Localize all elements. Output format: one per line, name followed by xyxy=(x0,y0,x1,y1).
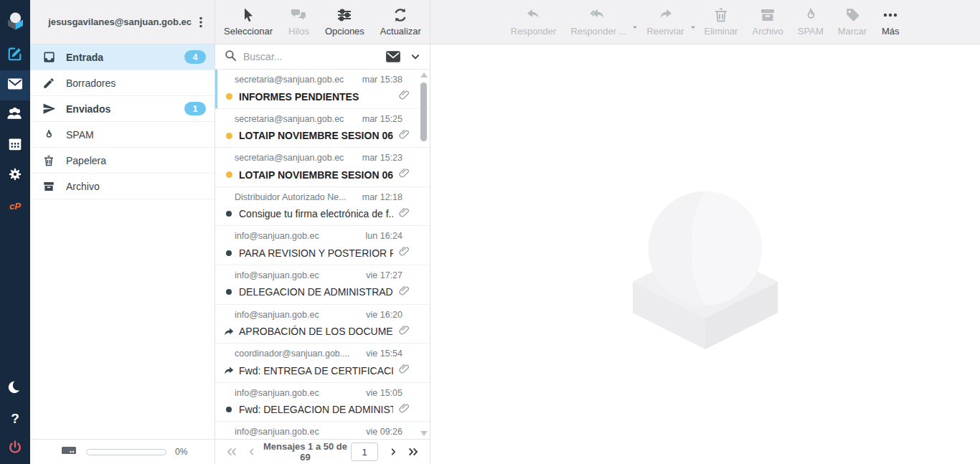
search-scope-button[interactable] xyxy=(384,49,402,65)
button-label: Opciones xyxy=(325,26,364,37)
spam-button[interactable]: SPAM xyxy=(798,6,824,37)
folder-borradores[interactable]: Borradores xyxy=(30,70,215,96)
message-sender: Distribuidor Autorizado Ne... xyxy=(235,192,357,202)
threads-button[interactable]: Hilos xyxy=(288,6,309,37)
message-date: mar 15:23 xyxy=(362,153,411,163)
message-subject: Fwd: ENTREGA DE CERTIFICACIÓ... xyxy=(239,365,393,377)
page-number-input[interactable] xyxy=(351,442,378,461)
options-button[interactable]: Opciones xyxy=(325,6,364,37)
read-dot-icon xyxy=(226,289,232,295)
mark-button[interactable]: Marcar xyxy=(838,6,867,37)
attachment-icon xyxy=(398,324,410,336)
account-menu-button[interactable] xyxy=(192,13,210,32)
message-row[interactable]: info@sanjuan.gob.ecvie 17:27DELEGACION D… xyxy=(215,265,430,305)
flame-icon xyxy=(42,128,56,142)
attachment-icon xyxy=(398,245,410,257)
inbox-icon xyxy=(42,50,56,65)
archive-button[interactable]: Archivo xyxy=(752,6,783,37)
first-page-button[interactable] xyxy=(222,445,241,459)
message-row[interactable]: info@sanjuan.gob.eclun 16:24PARA REVISIO… xyxy=(215,226,430,265)
prev-page-button[interactable] xyxy=(244,445,260,459)
search-input[interactable] xyxy=(243,51,378,62)
message-sender: secretaria@sanjuan.gob.ec xyxy=(235,153,357,163)
roundcube-logo[interactable] xyxy=(0,0,30,40)
reply-icon xyxy=(524,6,543,24)
reply-all-menu-caret[interactable] xyxy=(631,21,639,34)
folder-enviados[interactable]: Enviados 1 xyxy=(30,96,215,122)
message-row[interactable]: secretaria@sanjuan.gob.ecmar 15:38INFORM… xyxy=(215,70,430,109)
message-row[interactable]: secretaria@sanjuan.gob.ecmar 15:23LOTAIP… xyxy=(215,148,430,187)
chevron-left-icon xyxy=(247,446,257,458)
reply-button[interactable]: Responder xyxy=(511,6,557,37)
moon-icon xyxy=(7,379,23,398)
forward-menu-caret[interactable] xyxy=(689,21,697,34)
search-options-button[interactable] xyxy=(408,49,423,64)
attachment-icon xyxy=(398,402,410,415)
account-email: jesusgavilanes@sanjuan.gob.ec xyxy=(48,16,192,27)
message-row[interactable]: info@sanjuan.gob.ecvie 16:20APROBACIÓN D… xyxy=(215,305,430,344)
last-page-button[interactable] xyxy=(404,445,423,459)
scroll-down-arrow[interactable] xyxy=(420,431,428,436)
disk-icon xyxy=(60,444,77,460)
quota-bar xyxy=(86,449,166,455)
double-chevron-left-icon xyxy=(225,446,238,458)
pagination-label: Mensajes 1 a 50 de 69 xyxy=(263,441,348,463)
search-bar xyxy=(215,44,430,70)
attachment-icon xyxy=(398,128,410,141)
rail-logout-button[interactable] xyxy=(0,434,30,464)
message-date: lun 16:24 xyxy=(366,231,411,241)
delete-button[interactable]: Eliminar xyxy=(705,6,738,37)
rail-cpanel-button[interactable]: cP xyxy=(0,191,30,221)
rail-darkmode-button[interactable] xyxy=(0,374,30,404)
message-row[interactable]: info@sanjuan.gob.ecvie 15:05Fwd: DELEGAC… xyxy=(215,383,430,422)
button-label: Responder ... xyxy=(570,26,626,37)
gear-icon xyxy=(7,166,23,185)
folder-spam[interactable]: SPAM xyxy=(30,122,215,148)
rail-help-button[interactable]: ? xyxy=(0,404,30,434)
select-button[interactable]: Seleccionar xyxy=(224,6,273,37)
message-sender: secretaria@sanjuan.gob.ec xyxy=(235,75,357,85)
rail-contacts-button[interactable] xyxy=(0,100,30,131)
button-label: Eliminar xyxy=(705,26,738,37)
rail-settings-button[interactable] xyxy=(0,161,30,191)
folder-entrada[interactable]: Entrada 4 xyxy=(30,44,215,70)
rail-compose-button[interactable] xyxy=(0,40,30,70)
button-label: Marcar xyxy=(838,26,867,37)
attachment-icon xyxy=(398,89,410,101)
message-row[interactable]: info@sanjuan.gob.ecvie 09:26 xyxy=(215,422,430,439)
quota-percent: 0% xyxy=(175,447,187,457)
list-toolbar: Seleccionar Hilos Opciones Actualizar xyxy=(215,0,430,44)
message-subject: DELEGACION DE ADMINISTRADO... xyxy=(239,286,393,298)
button-label: Seleccionar xyxy=(224,26,273,37)
message-subject: Consigue tu firma electrónica de f... xyxy=(239,208,393,219)
forward-button[interactable]: Reenviar xyxy=(646,6,684,37)
double-chevron-right-icon xyxy=(407,446,420,458)
scroll-up-arrow[interactable] xyxy=(420,72,428,77)
folder-archivo[interactable]: Archivo xyxy=(30,174,215,199)
message-row[interactable]: coordinador@sanjuan.gob....vie 15:54Fwd:… xyxy=(215,344,430,383)
rail-mail-button[interactable] xyxy=(0,70,30,100)
message-sender: info@sanjuan.gob.ec xyxy=(235,270,360,280)
message-row[interactable]: secretaria@sanjuan.gob.ecmar 15:25LOTAIP… xyxy=(215,109,430,148)
reply-all-button[interactable]: Responder ... xyxy=(570,6,626,37)
help-icon: ? xyxy=(11,411,19,427)
envelope-icon xyxy=(385,50,401,63)
folder-list: Entrada 4 Borradores Enviados 1 xyxy=(30,44,215,439)
refresh-button[interactable]: Actualizar xyxy=(380,6,421,37)
more-button[interactable]: Más xyxy=(881,6,900,37)
button-label: Actualizar xyxy=(380,26,421,37)
compose-icon xyxy=(7,46,23,65)
message-date: vie 17:27 xyxy=(366,270,411,280)
folder-papelera[interactable]: Papelera xyxy=(30,148,215,174)
next-page-button[interactable] xyxy=(385,445,401,459)
list-scrollbar[interactable] xyxy=(420,71,428,437)
read-dot-icon xyxy=(226,250,232,256)
scrollbar-thumb[interactable] xyxy=(420,82,427,141)
threads-icon xyxy=(290,6,307,24)
rail-calendar-button[interactable] xyxy=(0,131,30,161)
folder-label: SPAM xyxy=(66,129,206,141)
unread-badge: 4 xyxy=(184,50,206,64)
pagination-bar: Mensajes 1 a 50 de 69 xyxy=(215,439,430,464)
message-row[interactable]: Distribuidor Autorizado Ne...mar 12:18Co… xyxy=(215,187,430,227)
message-subject: Fwd: DELEGACION DE ADMINIST... xyxy=(239,404,393,415)
